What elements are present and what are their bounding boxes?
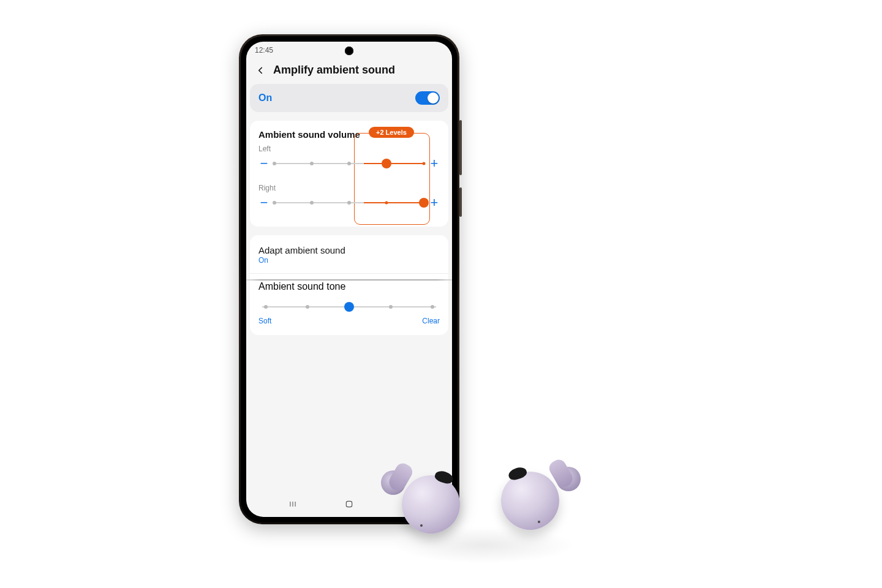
levels-badge: +2 Levels: [369, 127, 414, 138]
punch-hole-camera: [345, 47, 353, 55]
recents-icon[interactable]: [287, 498, 299, 510]
plus-icon[interactable]: +: [429, 158, 440, 169]
adapt-status: On: [258, 256, 440, 265]
volume-card: Ambient sound volume +2 Levels Left − +: [250, 121, 448, 227]
fold-hinge: [239, 279, 459, 281]
page-title: Amplify ambient sound: [273, 64, 395, 77]
tone-thumb: [344, 302, 354, 312]
right-slider-row: − +: [258, 194, 440, 212]
back-icon[interactable]: [255, 65, 266, 76]
power-button: [459, 187, 462, 217]
right-thumb: [419, 198, 429, 208]
tone-clear-label: Clear: [422, 317, 440, 325]
right-slider[interactable]: [274, 197, 424, 209]
toggle-label: On: [258, 92, 272, 104]
svg-rect-3: [346, 501, 352, 507]
tone-slider[interactable]: [258, 301, 440, 313]
volume-rocker: [459, 120, 462, 175]
adapt-title: Adapt ambient sound: [258, 245, 440, 255]
divider: [250, 273, 448, 274]
plus-icon[interactable]: +: [429, 197, 440, 208]
toggle-switch[interactable]: [415, 91, 440, 105]
phone: 12:45 Amplify ambient sound On Ambient s…: [239, 34, 459, 524]
tone-soft-label: Soft: [258, 317, 271, 325]
tone-card: Adapt ambient sound On Ambient sound ton…: [250, 235, 448, 335]
earbud-right: [496, 456, 576, 535]
left-thumb: [382, 159, 391, 168]
adapt-row[interactable]: Adapt ambient sound On: [258, 244, 440, 271]
left-slider-row: − +: [258, 154, 440, 173]
tone-title: Ambient sound tone: [258, 281, 440, 292]
status-time: 12:45: [255, 46, 273, 55]
earbud-left: [386, 459, 466, 539]
minus-icon[interactable]: −: [258, 158, 270, 169]
left-slider[interactable]: [274, 157, 424, 170]
app-header: Amplify ambient sound: [246, 59, 452, 84]
feature-toggle-row[interactable]: On: [250, 84, 448, 112]
home-icon[interactable]: [343, 498, 355, 510]
minus-icon[interactable]: −: [258, 197, 270, 208]
